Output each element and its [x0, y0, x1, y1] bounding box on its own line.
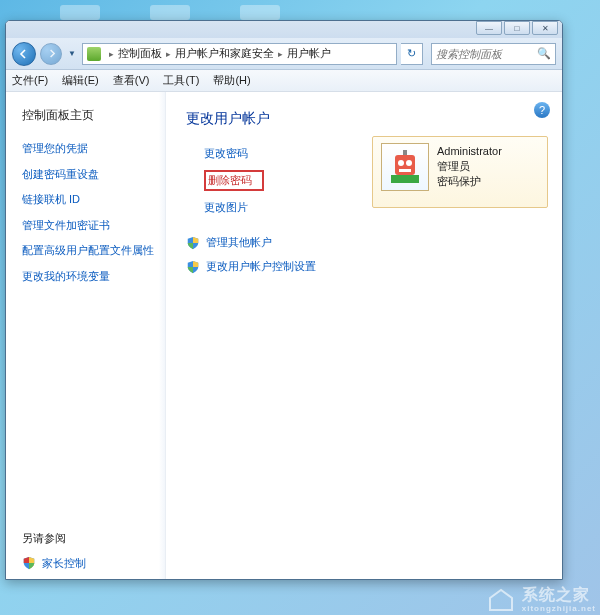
link-label: 管理其他帐户: [206, 235, 272, 250]
content-area: 控制面板主页 管理您的凭据 创建密码重设盘 链接联机 ID 管理文件加密证书 配…: [6, 92, 562, 579]
sidebar-link-env-vars[interactable]: 更改我的环境变量: [22, 268, 155, 285]
titlebar: — □ ✕: [6, 21, 562, 38]
svg-rect-0: [391, 175, 419, 183]
menu-help[interactable]: 帮助(H): [213, 73, 250, 88]
refresh-button[interactable]: ↻: [401, 43, 423, 65]
chevron-right-icon: ▸: [274, 49, 287, 59]
account-text: Administrator 管理员 密码保护: [437, 143, 502, 189]
avatar: [381, 143, 429, 191]
svg-point-2: [398, 160, 404, 166]
svg-rect-4: [399, 169, 411, 172]
sidebar-link-parental[interactable]: 家长控制: [22, 555, 155, 572]
sidebar: 控制面板主页 管理您的凭据 创建密码重设盘 链接联机 ID 管理文件加密证书 配…: [6, 92, 166, 579]
sidebar-home[interactable]: 控制面板主页: [22, 106, 155, 124]
menu-tools[interactable]: 工具(T): [163, 73, 199, 88]
arrow-right-icon: [47, 49, 56, 58]
menu-view[interactable]: 查看(V): [113, 73, 150, 88]
forward-button[interactable]: [40, 43, 62, 65]
account-protected: 密码保护: [437, 174, 502, 189]
desktop-icon: [60, 5, 100, 20]
svg-point-3: [406, 160, 412, 166]
control-panel-window: — □ ✕ ▼ ▸ 控制面板 ▸ 用户帐户和家庭安全 ▸ 用户帐户 ↻ 🔍 文件…: [5, 20, 563, 580]
shield-icon: [22, 556, 36, 570]
breadcrumb-root[interactable]: 控制面板: [118, 46, 162, 61]
menubar: 文件(F) 编辑(E) 查看(V) 工具(T) 帮助(H): [6, 70, 562, 92]
sidebar-link-reset-disk[interactable]: 创建密码重设盘: [22, 166, 155, 183]
nav-history-dropdown[interactable]: ▼: [66, 47, 78, 60]
chevron-right-icon: ▸: [105, 49, 118, 59]
shield-icon: [186, 236, 200, 250]
desktop-icon: [240, 5, 280, 20]
search-input[interactable]: [436, 48, 537, 60]
maximize-button[interactable]: □: [504, 21, 530, 35]
page-title: 更改用户帐户: [186, 110, 550, 128]
desktop-icon: [150, 5, 190, 20]
sidebar-link-online-id[interactable]: 链接联机 ID: [22, 191, 155, 208]
menu-edit[interactable]: 编辑(E): [62, 73, 99, 88]
sidebar-link-encryption-certs[interactable]: 管理文件加密证书: [22, 217, 155, 234]
breadcrumb[interactable]: ▸ 控制面板 ▸ 用户帐户和家庭安全 ▸ 用户帐户: [82, 43, 397, 65]
shield-icon: [186, 260, 200, 274]
parental-label: 家长控制: [42, 555, 86, 572]
menu-file[interactable]: 文件(F): [12, 73, 48, 88]
window-buttons: — □ ✕: [476, 21, 558, 35]
breadcrumb-mid[interactable]: 用户帐户和家庭安全: [175, 46, 274, 61]
watermark-logo-icon: [486, 586, 516, 612]
search-icon[interactable]: 🔍: [537, 47, 551, 60]
link-label: 更改用户帐户控制设置: [206, 259, 316, 274]
svg-rect-5: [403, 150, 407, 155]
sidebar-link-credentials[interactable]: 管理您的凭据: [22, 140, 155, 157]
close-button[interactable]: ✕: [532, 21, 558, 35]
account-name: Administrator: [437, 145, 502, 157]
main-panel: ? 更改用户帐户 更改密码 删除密码 更改图片 管理其他帐户 更改用户帐户控制设…: [166, 92, 562, 579]
sidebar-link-advanced-profile[interactable]: 配置高级用户配置文件属性: [22, 242, 155, 259]
search-box[interactable]: 🔍: [431, 43, 556, 65]
desktop-icons: [60, 5, 280, 20]
breadcrumb-leaf[interactable]: 用户帐户: [287, 46, 331, 61]
account-role: 管理员: [437, 159, 502, 174]
help-icon[interactable]: ?: [534, 102, 550, 118]
watermark: 系统之家 xitongzhijia.net: [486, 585, 596, 613]
account-card: Administrator 管理员 密码保护: [372, 136, 548, 208]
chevron-right-icon: ▸: [162, 49, 175, 59]
see-also-label: 另请参阅: [22, 530, 155, 547]
avatar-robot-icon: [385, 147, 425, 187]
link-manage-other-accounts[interactable]: 管理其他帐户: [186, 235, 550, 250]
address-bar: ▼ ▸ 控制面板 ▸ 用户帐户和家庭安全 ▸ 用户帐户 ↻ 🔍: [6, 38, 562, 70]
link-uac-settings[interactable]: 更改用户帐户控制设置: [186, 259, 550, 274]
control-panel-icon: [87, 47, 101, 61]
minimize-button[interactable]: —: [476, 21, 502, 35]
back-button[interactable]: [12, 42, 36, 66]
arrow-left-icon: [19, 49, 29, 59]
